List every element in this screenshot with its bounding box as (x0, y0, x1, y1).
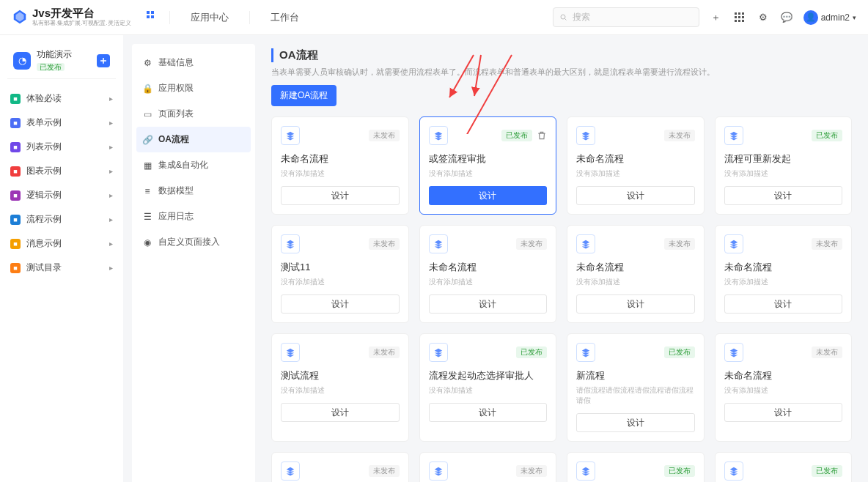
settings-item-label: OA流程 (158, 133, 189, 146)
settings-item-label: 基础信息 (158, 56, 194, 69)
sidebar-item-4[interactable]: ■逻辑示例▸ (0, 183, 123, 207)
design-button[interactable]: 设计 (429, 403, 548, 422)
flow-card[interactable]: 已发布采购单审批没有添加描述设计 (715, 452, 853, 482)
sidebar-item-0[interactable]: ■体验必读▸ (0, 86, 123, 111)
delete-icon[interactable] (537, 130, 547, 141)
design-button[interactable]: 设计 (724, 403, 843, 422)
card-desc: 没有添加描述 (724, 277, 843, 287)
flow-card[interactable]: 已发布流程发起动态选择审批人没有添加描述设计 (419, 333, 557, 442)
flow-card[interactable]: 未发布未命名流程没有添加描述设计 (567, 116, 705, 215)
sidebar-item-3[interactable]: ■图表示例▸ (0, 159, 123, 183)
design-button[interactable]: 设计 (281, 186, 400, 205)
divider (169, 11, 170, 24)
pie-icon: ◔ (13, 52, 31, 70)
settings-item-dot[interactable]: ◉自定义页面接入 (132, 229, 255, 255)
flow-card[interactable]: 未发布未命名流程没有添加描述设计 (271, 116, 409, 215)
chat-icon[interactable]: 💬 (780, 11, 793, 24)
sidebar-item-5[interactable]: ■流程示例▸ (0, 207, 123, 231)
sidebar-item-label: 测试目录 (26, 262, 62, 274)
sidebar-item-7[interactable]: ■测试目录▸ (0, 256, 123, 280)
add-button[interactable]: ＋ (97, 54, 110, 67)
sidebar-item-6[interactable]: ■消息示例▸ (0, 231, 123, 256)
card-title: 流程可重新发起 (724, 152, 843, 166)
status-badge: 未发布 (369, 130, 400, 141)
card-desc: 没有添加描述 (724, 168, 843, 179)
design-button[interactable]: 设计 (429, 186, 548, 205)
sidebar-item-2[interactable]: ■列表示例▸ (0, 135, 123, 159)
settings-item-grid[interactable]: ▦集成&自动化 (132, 152, 255, 178)
flow-card[interactable]: 已发布或签流程审批没有添加描述设计 (419, 116, 557, 215)
user-name: admin2 (821, 12, 850, 23)
sidebar-item-label: 图表示例 (26, 165, 62, 177)
status-badge: 未发布 (369, 465, 400, 477)
add-icon[interactable]: ＋ (710, 11, 723, 24)
status-badge: 未发布 (516, 465, 547, 477)
settings-item-lock[interactable]: 🔒应用权限 (132, 75, 255, 101)
flow-card[interactable]: 未发布测试11没有添加描述设计 (271, 225, 409, 323)
status-badge: 未发布 (369, 238, 400, 250)
published-tag: 已发布 (37, 63, 65, 71)
status-badge: 未发布 (664, 130, 695, 141)
flow-card[interactable]: 已发布流程可重新发起没有添加描述设计 (715, 116, 853, 215)
sidebar-item-label: 逻辑示例 (26, 189, 62, 201)
topbar: Jvs开发平台 私有部署.集成扩展.可视配置.灵活定义 应用中心 工作台 搜索 … (0, 0, 868, 35)
design-button[interactable]: 设计 (724, 186, 843, 205)
flow-card[interactable]: 未发布未命名流程没有添加描述设计 (715, 225, 853, 323)
card-desc: 请假流程请假流程请假流程请假流程请假 (576, 385, 695, 406)
chevron-right-icon: ▸ (109, 215, 113, 223)
layers-icon (724, 343, 743, 362)
user-menu[interactable]: 👤 admin2 ▾ (803, 10, 856, 25)
grid-icon[interactable] (733, 11, 746, 24)
card-desc: 没有添加描述 (429, 277, 548, 287)
sidebar-item-1[interactable]: ■表单示例▸ (0, 111, 123, 135)
design-button[interactable]: 设计 (724, 294, 843, 314)
design-button[interactable]: 设计 (429, 294, 548, 314)
gear-icon[interactable]: ⚙ (757, 11, 770, 24)
sidebar-item-icon: ■ (10, 190, 21, 201)
settings-item-gear[interactable]: ⚙基础信息 (132, 50, 255, 75)
flow-card[interactable]: 未发布测试流程没有添加描述设计 (271, 333, 409, 442)
settings-item-link[interactable]: 🔗OA流程 (136, 127, 251, 152)
search-input[interactable]: 搜索 (553, 7, 699, 27)
new-oa-flow-button[interactable]: 新建OA流程 (271, 85, 336, 106)
flow-card[interactable]: 未发布未命名流程没有添加描述设计 (567, 225, 705, 323)
card-title: 测试11 (281, 261, 400, 274)
card-title: 未命名流程 (281, 152, 400, 166)
layers-icon (429, 126, 448, 145)
chevron-right-icon: ▸ (109, 264, 113, 272)
design-button[interactable]: 设计 (576, 294, 695, 314)
sidebar-item-label: 体验必读 (26, 92, 62, 105)
layers-icon (281, 343, 300, 362)
card-title: 未命名流程 (724, 261, 843, 274)
nav-app-center[interactable]: 应用中心 (191, 11, 229, 24)
card-title: 测试流程 (281, 369, 400, 382)
status-badge: 未发布 (812, 238, 842, 250)
settings-item-label: 页面列表 (158, 108, 194, 120)
status-badge: 已发布 (664, 346, 695, 358)
apps-grid-icon[interactable] (146, 10, 158, 24)
flow-card[interactable]: 未发布未命名流程没有添加描述设计 (715, 333, 853, 442)
design-button[interactable]: 设计 (281, 403, 400, 422)
flow-card[interactable]: 未发布未命名流程没有添加描述设计 (419, 225, 557, 323)
card-desc: 没有添加描述 (576, 168, 695, 179)
flow-card[interactable]: 已发布新流程请假流程请假流程请假流程请假流程请假设计 (567, 333, 705, 442)
design-button[interactable]: 设计 (576, 186, 695, 205)
settings-item-label: 应用日志 (158, 210, 194, 223)
card-desc: 没有添加描述 (576, 277, 695, 287)
nav-workspace[interactable]: 工作台 (271, 11, 299, 24)
logo-title: Jvs开发平台 (32, 7, 131, 20)
design-button[interactable]: 设计 (576, 413, 695, 432)
flow-card[interactable]: 已发布动态新增节点流程没有添加描述设计 (567, 452, 705, 482)
layers-icon (576, 343, 595, 362)
svg-rect-12 (738, 20, 740, 22)
design-button[interactable]: 设计 (281, 294, 400, 314)
flow-card[interactable]: 未发布未命名没有添加描述设计 (419, 452, 557, 482)
settings-item-db[interactable]: ≡数据模型 (132, 178, 255, 204)
card-title: 新流程 (576, 369, 695, 382)
settings-item-log[interactable]: ☰应用日志 (132, 204, 255, 229)
card-title: 未命名流程 (576, 152, 695, 166)
svg-rect-11 (735, 20, 737, 22)
cards-grid: 未发布未命名流程没有添加描述设计已发布或签流程审批没有添加描述设计未发布未命名流… (271, 116, 852, 482)
settings-item-page[interactable]: ▭页面列表 (132, 101, 255, 127)
flow-card[interactable]: 未发布未命名没有添加描述设计 (271, 452, 409, 482)
